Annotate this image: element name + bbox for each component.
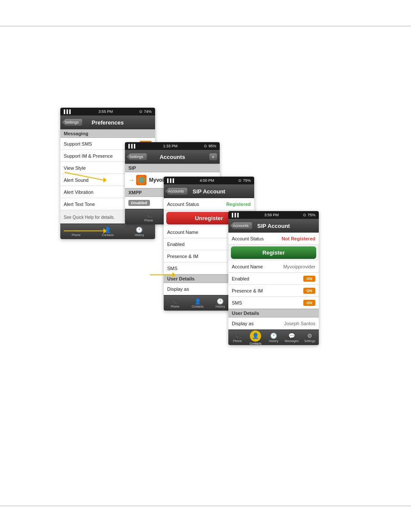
phone-icon-1: 📞 (73, 227, 80, 233)
enabled-toggle-4[interactable]: ON (303, 276, 315, 282)
signal-icon-3: ▌▌▌ (167, 178, 175, 183)
battery-4: ⊙ 75% (303, 213, 315, 217)
tab-contacts-label-1: Contacts (102, 233, 114, 236)
nav-bar-4: Accounts SIP Account (228, 219, 319, 233)
top-divider (0, 26, 411, 26)
back-btn-3[interactable]: Accounts (165, 188, 187, 195)
time-1: 3:55 PM (99, 109, 113, 114)
alert-vibration-label: Alert Vibration (64, 190, 93, 195)
messaging-section: Messaging (60, 129, 155, 138)
signal-icon-2: ▌▌▌ (128, 144, 137, 148)
time-3: 4:00 PM (200, 178, 215, 183)
display-as-label-3: Display as (167, 286, 189, 292)
tab-contacts-3[interactable]: 👤 Contacts (187, 296, 209, 311)
contacts-icon-3: 👤 (194, 298, 201, 305)
account-status-label-3: Account Status (167, 202, 199, 207)
account-status-row-3: Account Status Registered (164, 198, 254, 210)
contacts-icon-4: 👤 (252, 333, 259, 339)
tab-history-label-1: History (134, 233, 144, 236)
time-4: 3:59 PM (265, 213, 279, 217)
nav-bar-2: Settings Accounts + (125, 150, 220, 164)
nav-title-4: SIP Account (257, 223, 290, 229)
nav-title-2: Accounts (159, 154, 185, 160)
account-name-row-4[interactable]: Account Name Myvoipprovider (228, 261, 319, 273)
display-as-label-4: Display as (232, 321, 254, 326)
back-btn-1[interactable]: Settings (62, 119, 82, 126)
tab-messages-4[interactable]: 💬 Messages (283, 330, 301, 345)
status-bar-2: ▌▌▌ 1:33 PM ⊙ 95% (125, 142, 220, 150)
sip-section: SIP (125, 164, 220, 172)
nav-title-3: SIP Account (193, 188, 225, 195)
nav-title-1: Preferences (92, 119, 124, 126)
nav-bar-1: Settings Preferences (60, 115, 155, 129)
presence-im-toggle-4[interactable]: ON (303, 288, 315, 294)
tab-phone-3[interactable]: 📞 Phone (164, 296, 187, 311)
account-name-value-4: Myvoipprovider (283, 264, 315, 269)
tab-settings-label-4: Settings (304, 339, 315, 342)
status-bar-4: ▌▌▌ 3:59 PM ⊙ 75% (228, 211, 319, 219)
tab-history-1[interactable]: 🕐 History (124, 224, 155, 239)
sms-row-4[interactable]: SMS ON (228, 297, 319, 309)
tab-messages-label-4: Messages (285, 339, 299, 342)
tab-phone-1[interactable]: 📞 Phone (60, 224, 92, 239)
sms-label-4: SMS (232, 300, 242, 305)
account-status-value-4: Not Registered (282, 236, 315, 241)
tab-settings-4[interactable]: ⚙ Settings (301, 330, 319, 345)
enabled-label-3: Enabled (167, 242, 184, 247)
account-status-row-4: Account Status Not Registered (228, 233, 319, 245)
contacts-highlight-ring: 👤 (250, 330, 261, 342)
green-arrow-icon: → (128, 177, 134, 184)
tab-history-label-4: History (269, 339, 278, 342)
signal-icon-4: ▌▌▌ (232, 213, 240, 217)
signal-icon: ▌▌▌ (64, 109, 72, 114)
register-btn[interactable]: Register (231, 246, 316, 259)
battery-1: ⊙ 74% (139, 109, 152, 114)
xmpp-disabled-badge: Disabled (128, 200, 150, 206)
status-bar-3: ▌▌▌ 4:00 PM ⊙ 75% (164, 177, 254, 184)
tab-history-4[interactable]: 🕐 History (265, 330, 283, 345)
alert-sound-label: Alert Sound (64, 177, 88, 183)
history-icon-4: 🕐 (270, 333, 277, 339)
account-icon-sip: 🌐 (136, 175, 146, 185)
status-bar-1: ▌▌▌ 3:55 PM ⊙ 74% (60, 108, 155, 115)
settings-icon-4: ⚙ (307, 333, 312, 339)
help-text: See Quick Help for details. (64, 215, 115, 220)
tab-phone-label-2: Phone (144, 219, 153, 222)
battery-2: ⊙ 95% (204, 144, 216, 148)
tab-phone-label-3: Phone (171, 305, 179, 308)
tab-phone-label-1: Phone (72, 233, 81, 236)
presence-im-label-3: Presence & IM (167, 254, 198, 259)
battery-3: ⊙ 75% (238, 178, 251, 183)
presence-im-row-4[interactable]: Presence & IM ON (228, 285, 319, 297)
messages-icon-4: 💬 (288, 333, 295, 339)
phone-icon-3: 📞 (171, 298, 178, 305)
contacts-icon-1: 👤 (104, 227, 111, 233)
sms-label-3: SMS (167, 266, 177, 271)
tab-contacts-4[interactable]: 👤 Contacts (246, 330, 265, 345)
tab-bar-4: 📞 Phone 👤 Contacts 🕐 History 💬 Messages … (228, 330, 319, 345)
enabled-label-4: Enabled (232, 276, 249, 281)
account-name-label-3: Account Name (167, 230, 198, 235)
tab-contacts-1[interactable]: 👤 Contacts (92, 224, 123, 239)
account-status-label-4: Account Status (232, 236, 264, 241)
tab-history-label-3: History (215, 305, 225, 308)
account-status-value-3: Registered (226, 202, 251, 207)
presence-im-label-4: Presence & IM (232, 288, 263, 293)
nav-bar-3: Accounts SIP Account (164, 184, 254, 198)
sms-toggle-4[interactable]: ON (303, 300, 315, 306)
enabled-row-4[interactable]: Enabled ON (228, 273, 319, 285)
tab-phone-label-4: Phone (233, 339, 242, 342)
back-btn-4[interactable]: Accounts (230, 222, 252, 229)
add-account-btn[interactable]: + (209, 153, 217, 160)
back-btn-2[interactable]: Settings (127, 153, 147, 160)
tab-phone-4[interactable]: 📞 Phone (228, 330, 246, 345)
sip-account-not-registered-screen: ▌▌▌ 3:59 PM ⊙ 75% Accounts SIP Account A… (228, 211, 319, 345)
tab-bar-1: 📞 Phone 👤 Contacts 🕐 History (60, 224, 155, 239)
account-name-label-4: Account Name (232, 264, 263, 269)
display-as-row-4[interactable]: Display as Joseph Santos (228, 317, 319, 330)
user-details-section-4: User Details (228, 309, 319, 317)
tab-contacts-label-3: Contacts (192, 305, 204, 308)
display-as-value-4: Joseph Santos (284, 321, 315, 326)
view-style-label: View Style (64, 165, 86, 171)
history-icon-1: 🕐 (136, 227, 143, 233)
